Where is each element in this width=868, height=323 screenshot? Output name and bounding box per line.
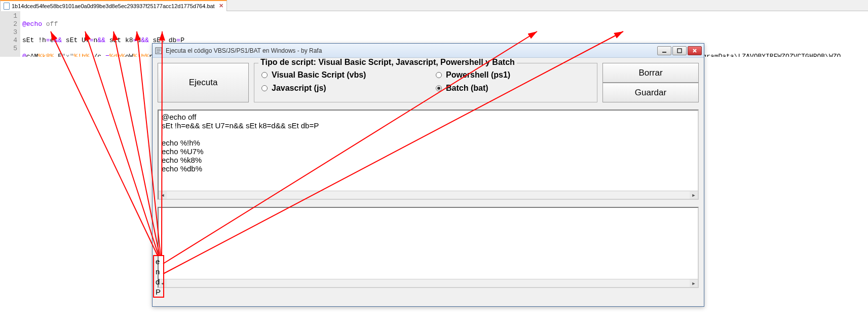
radio-label: Javascript (js) xyxy=(272,84,326,93)
window-buttons xyxy=(657,46,702,55)
dialog-titlebar[interactable]: Ejecuta el código VBS/JS/PS1/BAT en Wind… xyxy=(153,44,704,58)
editor-tabbar: 1b14dced54fee58bc9101ae0a0d99be3d8e5ec29… xyxy=(0,0,868,11)
scroll-right-icon[interactable]: ► xyxy=(690,191,698,199)
execute-button[interactable]: Ejecuta xyxy=(158,63,249,102)
radio-label: Visual Basic Script (vbs) xyxy=(272,70,366,80)
scroll-left-icon[interactable]: ◄ xyxy=(159,191,167,199)
line-number: 5 xyxy=(1,45,17,53)
radio-icon xyxy=(261,85,268,91)
script-runner-dialog: Ejecuta el código VBS/JS/PS1/BAT en Wind… xyxy=(152,43,704,307)
script-input-textarea[interactable]: @echo off sEt !h=e&& sEt U7=n&& sEt k8=d… xyxy=(158,110,699,200)
app-icon xyxy=(155,47,163,55)
close-icon[interactable]: ✕ xyxy=(219,3,223,9)
maximize-button[interactable] xyxy=(672,46,687,55)
radio-label: Powershell (ps1) xyxy=(446,70,510,80)
radio-icon xyxy=(261,72,268,78)
file-icon xyxy=(4,3,10,10)
h-scrollbar[interactable]: ◄► xyxy=(159,279,698,287)
minimize-button[interactable] xyxy=(657,46,671,55)
code-line: @echo off xyxy=(22,20,866,28)
radio-vbs[interactable]: Visual Basic Script (vbs) xyxy=(261,70,416,80)
group-legend: Tipo de script: Visual Basic Script, Jav… xyxy=(258,58,517,67)
radio-icon xyxy=(436,85,442,91)
output-textarea[interactable]: ◄► xyxy=(158,207,699,288)
textarea-content: @echo off sEt !h=e&& sEt U7=n&& sEt k8=d… xyxy=(162,113,319,173)
line-number: 3 xyxy=(1,28,17,37)
close-button[interactable] xyxy=(688,46,702,55)
script-type-group: Tipo de script: Visual Basic Script, Jav… xyxy=(254,63,597,102)
radio-icon xyxy=(436,72,442,78)
line-gutter: 1 2 3 4 5 xyxy=(0,11,20,57)
radio-ps1[interactable]: Powershell (ps1) xyxy=(436,70,590,80)
save-button[interactable]: Guardar xyxy=(602,83,699,102)
file-tab[interactable]: 1b14dced54fee58bc9101ae0a0d99be3d8e5ec29… xyxy=(0,0,227,11)
svg-line-3 xyxy=(51,31,158,256)
scroll-right-icon[interactable]: ► xyxy=(690,279,698,288)
line-number: 2 xyxy=(1,20,17,28)
dialog-title: Ejecuta el código VBS/JS/PS1/BAT en Wind… xyxy=(166,47,657,54)
radio-label: Batch (bat) xyxy=(446,84,488,93)
h-scrollbar[interactable]: ◄► xyxy=(159,191,698,199)
line-number: 4 xyxy=(1,37,17,45)
radio-bat[interactable]: Batch (bat) xyxy=(436,84,590,93)
clear-button[interactable]: Borrar xyxy=(602,63,699,83)
line-number: 1 xyxy=(1,12,17,20)
tab-filename: 1b14dced54fee58bc9101ae0a0d99be3d8e5ec29… xyxy=(12,3,215,9)
radio-js[interactable]: Javascript (js) xyxy=(261,84,416,93)
scroll-left-icon[interactable]: ◄ xyxy=(159,279,167,288)
svg-line-4 xyxy=(85,31,159,256)
svg-rect-2 xyxy=(677,49,682,53)
